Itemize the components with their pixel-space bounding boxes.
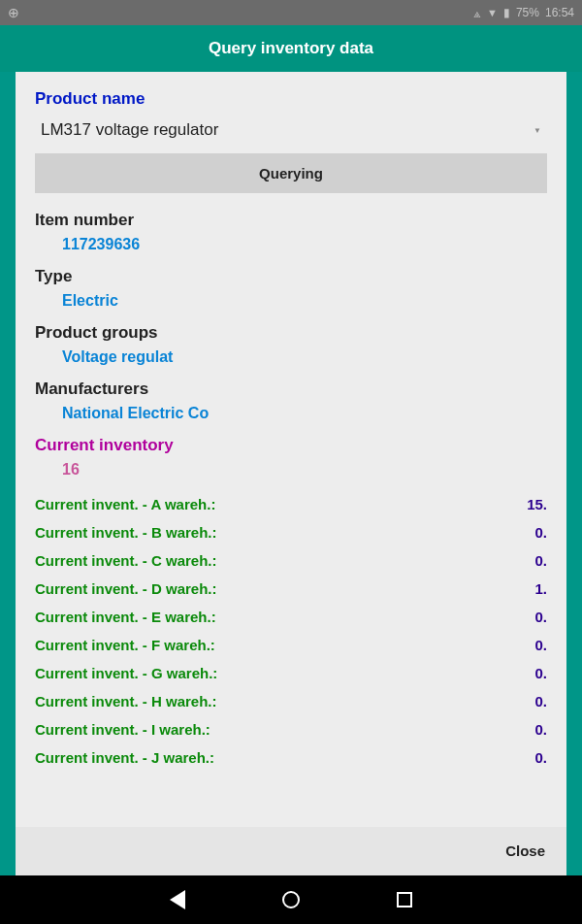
item-number-label: Item number <box>35 211 547 230</box>
warehouse-row: Current invent. - H wareh.:0. <box>35 687 547 715</box>
warehouse-row: Current invent. - E wareh.:0. <box>35 603 547 631</box>
product-name-dropdown[interactable]: LM317 voltage regulator <box>35 115 547 149</box>
warehouse-label: Current invent. - G wareh.: <box>35 665 217 681</box>
warehouse-label: Current invent. - I wareh.: <box>35 721 210 738</box>
warehouse-row: Current invent. - F wareh.:0. <box>35 631 547 659</box>
current-inventory-label: Current inventory <box>35 436 547 455</box>
warehouse-value: 0. <box>534 524 547 541</box>
warehouse-label: Current invent. - D wareh.: <box>35 580 217 597</box>
battery-text: 75% <box>516 6 539 19</box>
warehouse-value: 0. <box>534 609 547 625</box>
wifi-icon <box>487 6 498 19</box>
product-name-label: Product name <box>35 89 547 109</box>
warehouse-value: 15. <box>527 496 547 512</box>
warehouse-row: Current invent. - C wareh.:0. <box>35 546 547 575</box>
warehouse-value: 0. <box>534 665 547 681</box>
warehouse-row: Current invent. - J wareh.:0. <box>35 743 547 772</box>
warehouse-list: Current invent. - A wareh.:15.Current in… <box>35 490 547 772</box>
warehouse-row: Current invent. - D wareh.:1. <box>35 575 547 603</box>
modal: Query inventory data Product name LM317 … <box>0 25 582 875</box>
statusbar: 75% 16:54 <box>0 0 582 25</box>
product-name-value: LM317 voltage regulator <box>41 120 218 140</box>
product-groups-value[interactable]: Voltage regulat <box>35 348 547 366</box>
warehouse-row: Current invent. - G wareh.:0. <box>35 659 547 687</box>
warehouse-row: Current invent. - A wareh.:15. <box>35 490 547 518</box>
warehouse-value: 0. <box>534 749 547 766</box>
warehouse-label: Current invent. - C wareh.: <box>35 552 217 569</box>
warehouse-value: 0. <box>534 721 547 738</box>
battery-icon <box>503 6 510 19</box>
warehouse-label: Current invent. - H wareh.: <box>35 693 217 710</box>
current-inventory-value: 16 <box>35 461 547 478</box>
manufacturers-value[interactable]: National Electric Co <box>35 405 547 422</box>
query-button[interactable]: Querying <box>35 153 547 193</box>
modal-title: Query inventory data <box>0 25 582 72</box>
android-navbar <box>0 875 582 924</box>
plus-icon <box>8 5 19 20</box>
manufacturers-label: Manufacturers <box>35 380 547 399</box>
warehouse-value: 1. <box>534 580 547 597</box>
warehouse-value: 0. <box>534 552 547 569</box>
warehouse-row: Current invent. - B wareh.:0. <box>35 518 547 546</box>
modal-footer: Close <box>16 827 566 875</box>
warehouse-label: Current invent. - J wareh.: <box>35 749 214 766</box>
nav-recent-button[interactable] <box>397 892 412 908</box>
type-value[interactable]: Electric <box>35 292 547 310</box>
warehouse-value: 0. <box>534 693 547 710</box>
warehouse-label: Current invent. - E wareh.: <box>35 609 216 625</box>
warehouse-label: Current invent. - B wareh.: <box>35 524 217 541</box>
item-number-value[interactable]: 117239636 <box>35 236 547 253</box>
clock-text: 16:54 <box>545 6 574 19</box>
nav-home-button[interactable] <box>282 891 300 908</box>
close-button[interactable]: Close <box>505 842 545 859</box>
warehouse-label: Current invent. - A wareh.: <box>35 496 215 512</box>
cast-icon <box>473 6 481 20</box>
modal-body: Product name LM317 voltage regulator Que… <box>16 72 566 827</box>
warehouse-row: Current invent. - I wareh.:0. <box>35 715 547 743</box>
type-label: Type <box>35 267 547 286</box>
nav-back-button[interactable] <box>170 890 185 909</box>
warehouse-value: 0. <box>534 637 547 653</box>
warehouse-label: Current invent. - F wareh.: <box>35 637 215 653</box>
product-groups-label: Product groups <box>35 323 547 343</box>
